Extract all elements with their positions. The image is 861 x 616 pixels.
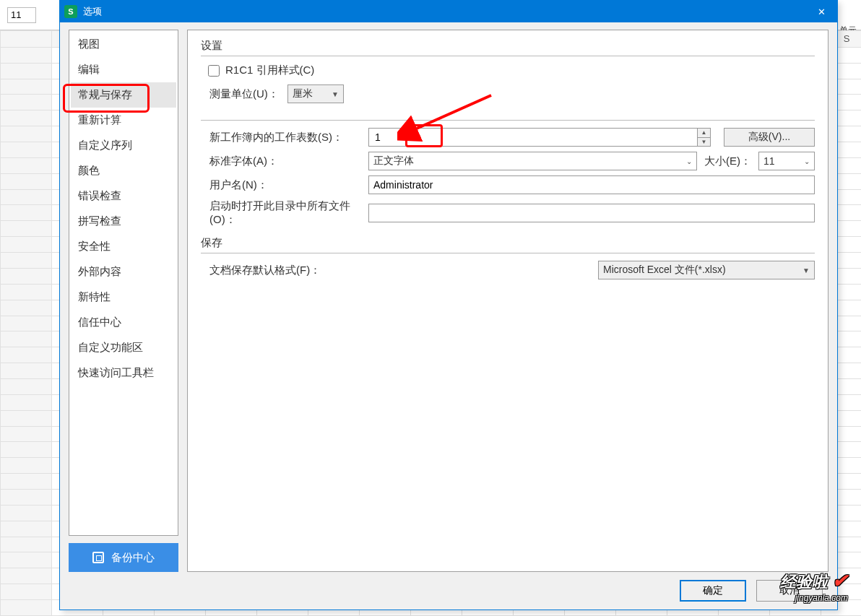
section-settings-label: 设置 [201, 39, 815, 53]
options-sidebar: 视图 编辑 常规与保存 重新计算 自定义序列 颜色 错误检查 拼写检查 安全性 … [69, 30, 178, 572]
sidebar-item-recalc[interactable]: 重新计算 [71, 108, 176, 133]
size-value: 11 [763, 155, 775, 167]
spin-down-icon[interactable]: ▼ [698, 138, 710, 147]
sidebar-item-edit[interactable]: 编辑 [71, 57, 176, 82]
unit-label: 测量单位(U)： [201, 87, 280, 101]
sidebar-item-error-check[interactable]: 错误检查 [71, 183, 176, 209]
caret-down-icon: ▼ [802, 266, 810, 274]
r1c1-checkbox[interactable] [208, 65, 220, 77]
user-label: 用户名(N)： [201, 178, 361, 192]
saveformat-value: Microsoft Excel 文件(*.xlsx) [603, 264, 726, 277]
watermark-url: jingyanla.com [780, 593, 848, 603]
close-icon: ✕ [818, 6, 826, 17]
sidebar-item-trust-center[interactable]: 信任中心 [71, 310, 176, 335]
sidebar-item-quick-access[interactable]: 快速访问工具栏 [71, 360, 176, 386]
sidebar-item-custom-ribbon[interactable]: 自定义功能区 [71, 335, 176, 360]
check-icon: ✔ [832, 570, 848, 591]
backup-label: 备份中心 [111, 551, 155, 565]
unit-value: 厘米 [293, 87, 313, 100]
unit-combo[interactable]: 厘米 ▼ [287, 84, 344, 103]
sidebar-item-custom-list[interactable]: 自定义序列 [71, 133, 176, 158]
options-content: 设置 R1C1 引用样式(C) 测量单位(U)： 厘米 ▼ 新工作簿内的工作表数… [187, 30, 828, 572]
sidebar-item-spell-check[interactable]: 拼写检查 [71, 209, 176, 234]
ok-button[interactable]: 确定 [680, 580, 746, 602]
saveformat-label: 文档保存默认格式(F)： [201, 264, 361, 277]
username-input[interactable] [368, 175, 815, 194]
caret-down-icon: ⌄ [804, 157, 810, 165]
sidebar-item-external[interactable]: 外部内容 [71, 259, 176, 285]
section-save-label: 保存 [201, 236, 815, 250]
saveformat-combo[interactable]: Microsoft Excel 文件(*.xlsx) ▼ [598, 261, 815, 279]
r1c1-label: R1C1 引用样式(C) [225, 64, 314, 77]
sidebar-item-security[interactable]: 安全性 [71, 234, 176, 259]
watermark: 经验啦 ✔ jingyanla.com [780, 570, 848, 603]
close-button[interactable]: ✕ [805, 1, 837, 22]
sidebar-item-view[interactable]: 视图 [71, 32, 176, 57]
caret-down-icon: ⌄ [686, 157, 692, 165]
size-label: 大小(E)： [704, 155, 751, 168]
sidebar-list: 视图 编辑 常规与保存 重新计算 自定义序列 颜色 错误检查 拼写检查 安全性 … [69, 30, 178, 536]
startdir-input[interactable] [368, 204, 815, 222]
advanced-button[interactable]: 高级(V)... [724, 128, 815, 147]
dialog-footer: 确定 取消 [60, 572, 837, 610]
backup-icon [92, 552, 104, 563]
sidebar-item-color[interactable]: 颜色 [71, 158, 176, 183]
sidebar-item-new-features[interactable]: 新特性 [71, 285, 176, 310]
startdir-label: 启动时打开此目录中所有文件(O)： [201, 199, 361, 227]
watermark-text: 经验啦 [780, 573, 828, 591]
sheets-input[interactable] [369, 129, 697, 146]
divider [201, 56, 815, 56]
font-size-input[interactable] [7, 7, 36, 23]
backup-center-button[interactable]: 备份中心 [69, 543, 178, 572]
divider [201, 253, 815, 253]
size-combo[interactable]: 11 ⌄ [758, 152, 815, 170]
options-dialog: S 选项 ✕ 视图 编辑 常规与保存 重新计算 自定义序列 颜色 错误检查 拼写… [59, 0, 838, 610]
divider [201, 120, 815, 121]
app-icon: S [64, 5, 77, 18]
spin-up-icon[interactable]: ▲ [698, 129, 710, 138]
font-value: 正文字体 [373, 155, 414, 168]
sheets-spinner[interactable]: ▲ ▼ [368, 128, 711, 147]
sidebar-item-general-save[interactable]: 常规与保存 [71, 82, 176, 108]
font-combo[interactable]: 正文字体 ⌄ [368, 152, 697, 170]
caret-down-icon: ▼ [332, 90, 339, 98]
dialog-titlebar[interactable]: S 选项 ✕ [60, 1, 837, 22]
font-label: 标准字体(A)： [201, 155, 361, 168]
dialog-title: 选项 [83, 5, 102, 18]
sheets-label: 新工作簿内的工作表数(S)： [201, 131, 361, 144]
